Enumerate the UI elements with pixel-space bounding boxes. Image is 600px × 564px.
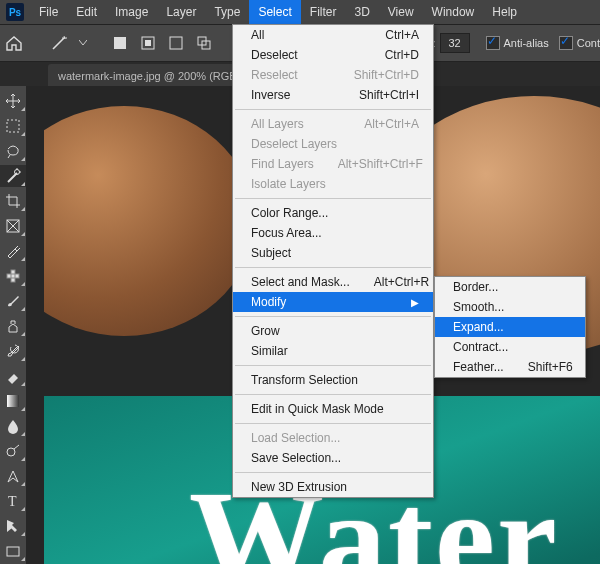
checkbox-icon [486,36,500,50]
select-menu-item-edit-in-quick-mask-mode[interactable]: Edit in Quick Mask Mode [233,399,433,419]
menu-item-label: Modify [251,295,286,309]
svg-rect-3 [170,37,182,49]
select-menu-item-save-selection[interactable]: Save Selection... [233,448,433,468]
tool-blur[interactable] [0,415,26,437]
menu-item-shortcut: Alt+Ctrl+R [350,275,429,289]
svg-rect-13 [7,395,19,407]
modify-menu-item-contract[interactable]: Contract... [435,337,585,357]
menu-item-label: Subject [251,246,291,260]
svg-rect-16 [7,547,19,556]
contiguous-check[interactable]: Cont [559,36,600,50]
layer-int-icon[interactable] [194,33,214,53]
anti-alias-check[interactable]: Anti-alias [486,36,549,50]
select-menu-item-transform-selection[interactable]: Transform Selection [233,370,433,390]
select-menu-item-modify[interactable]: Modify▶ [233,292,433,312]
menu-3d[interactable]: 3D [345,0,378,24]
menu-item-label: New 3D Extrusion [251,480,347,494]
photoshop-logo: Ps [6,3,24,21]
tool-crop[interactable] [0,190,26,212]
svg-rect-0 [114,37,126,49]
menu-item-label: Save Selection... [251,451,341,465]
checkbox-icon [559,36,573,50]
menu-item-label: Find Layers [251,157,314,171]
home-icon[interactable] [4,33,24,53]
menu-file[interactable]: File [30,0,67,24]
menu-filter[interactable]: Filter [301,0,346,24]
svg-text:T: T [8,494,17,509]
tool-pen[interactable] [0,465,26,487]
menu-type[interactable]: Type [205,0,249,24]
menu-item-label: Smooth... [453,300,504,314]
menu-select[interactable]: Select [249,0,300,24]
menu-item-label: Edit in Quick Mask Mode [251,402,384,416]
menu-item-label: Inverse [251,88,290,102]
svg-rect-2 [145,40,151,46]
modify-menu-item-feather[interactable]: Feather...Shift+F6 [435,357,585,377]
menu-item-label: Deselect Layers [251,137,337,151]
menu-edit[interactable]: Edit [67,0,106,24]
menu-item-shortcut: Shift+Ctrl+D [330,68,419,82]
tool-lasso[interactable] [0,140,26,162]
svg-rect-6 [7,120,19,132]
menu-view[interactable]: View [379,0,423,24]
tolerance-input[interactable] [440,33,470,53]
select-menu-item-focus-area[interactable]: Focus Area... [233,223,433,243]
layer-add-icon[interactable] [138,33,158,53]
select-menu-item-load-selection: Load Selection... [233,428,433,448]
menu-item-label: Feather... [453,360,504,374]
tool-healing[interactable] [0,265,26,287]
tool-eyedropper[interactable] [0,240,26,262]
select-menu-item-select-and-mask[interactable]: Select and Mask...Alt+Ctrl+R [233,272,433,292]
select-menu-item-subject[interactable]: Subject [233,243,433,263]
select-menu: AllCtrl+ADeselectCtrl+DReselectShift+Ctr… [232,24,434,498]
select-menu-item-color-range[interactable]: Color Range... [233,203,433,223]
tool-brush[interactable] [0,290,26,312]
tool-move[interactable] [0,90,26,112]
menu-item-label: All Layers [251,117,304,131]
tool-dodge[interactable] [0,440,26,462]
select-menu-item-similar[interactable]: Similar [233,341,433,361]
svg-point-14 [7,448,15,456]
layer-sub-icon[interactable] [166,33,186,53]
menubar: Ps FileEditImageLayerTypeSelectFilter3DV… [0,0,600,25]
tool-type[interactable]: T [0,490,26,512]
tool-eraser[interactable] [0,365,26,387]
menu-window[interactable]: Window [423,0,484,24]
tool-quick-select[interactable] [0,165,26,187]
tool-frame[interactable] [0,215,26,237]
select-menu-item-new-3d-extrusion[interactable]: New 3D Extrusion [233,477,433,497]
menu-item-label: Load Selection... [251,431,340,445]
tool-path[interactable] [0,515,26,537]
menu-item-label: Select and Mask... [251,275,350,289]
tool-history-brush[interactable] [0,340,26,362]
tool-rectangle[interactable] [0,540,26,562]
menu-item-label: Contract... [453,340,508,354]
menu-item-label: Expand... [453,320,504,334]
menu-layer[interactable]: Layer [157,0,205,24]
menu-item-label: Similar [251,344,288,358]
menu-item-shortcut: Alt+Shift+Ctrl+F [314,157,423,171]
tool-marquee[interactable] [0,115,26,137]
menu-item-label: All [251,28,264,42]
modify-menu-item-smooth[interactable]: Smooth... [435,297,585,317]
select-menu-item-find-layers: Find LayersAlt+Shift+Ctrl+F [233,154,433,174]
select-menu-item-grow[interactable]: Grow [233,321,433,341]
tool-clone[interactable] [0,315,26,337]
layer-new-icon[interactable] [110,33,130,53]
chevron-down-icon[interactable] [78,33,88,53]
select-menu-item-all[interactable]: AllCtrl+A [233,25,433,45]
toolbox: T [0,86,26,564]
wand-icon[interactable] [50,33,70,53]
menu-item-label: Reselect [251,68,298,82]
modify-menu-item-border[interactable]: Border... [435,277,585,297]
tool-gradient[interactable] [0,390,26,412]
menu-item-label: Isolate Layers [251,177,326,191]
menu-image[interactable]: Image [106,0,157,24]
select-menu-item-deselect[interactable]: DeselectCtrl+D [233,45,433,65]
select-menu-item-deselect-layers: Deselect Layers [233,134,433,154]
modify-menu-item-expand[interactable]: Expand... [435,317,585,337]
menu-item-shortcut: Ctrl+A [361,28,419,42]
menu-help[interactable]: Help [483,0,526,24]
select-menu-item-inverse[interactable]: InverseShift+Ctrl+I [233,85,433,105]
menu-item-shortcut: Alt+Ctrl+A [340,117,419,131]
